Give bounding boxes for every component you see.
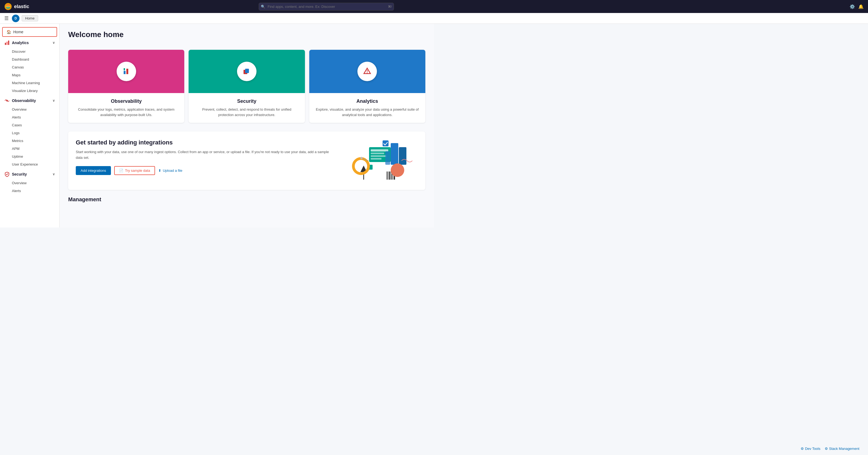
analytics-section-label: Analytics: [12, 40, 29, 45]
sidebar-item-obs-apm[interactable]: APM: [0, 145, 59, 153]
sidebar-item-sec-alerts[interactable]: Alerts: [0, 187, 59, 195]
search-bar: 🔍 ⌘/: [259, 3, 394, 10]
elastic-label: elastic: [14, 4, 29, 9]
sidebar-item-maps[interactable]: Maps: [0, 71, 59, 79]
security-section-header[interactable]: Security ∨: [0, 169, 59, 179]
svg-rect-6: [8, 40, 9, 45]
security-header-left: Security: [4, 171, 27, 177]
analytics-card-header: [309, 50, 425, 93]
svg-rect-20: [391, 171, 391, 180]
sidebar-section-analytics: Analytics ∨ Discover Dashboard Canvas Ma…: [0, 38, 59, 95]
sidebar-home-item[interactable]: 🏠 Home: [2, 27, 57, 37]
sidebar-item-dashboard[interactable]: Dashboard: [0, 56, 59, 63]
sub-nav: ☰ D Home: [0, 13, 434, 24]
user-avatar[interactable]: D: [12, 14, 20, 22]
integrations-title: Get started by adding integrations: [76, 139, 333, 146]
solution-card-analytics[interactable]: Analytics Explore, visualize, and analyz…: [309, 50, 425, 123]
svg-rect-5: [6, 42, 7, 45]
sidebar-item-obs-overview[interactable]: Overview: [0, 105, 59, 113]
observability-card-title: Observability: [73, 98, 179, 104]
elastic-logo-icon: [4, 3, 12, 10]
management-title: Management: [68, 196, 425, 203]
sidebar-home-label: Home: [13, 30, 23, 34]
sidebar-item-obs-metrics[interactable]: Metrics: [0, 137, 59, 145]
svg-rect-25: [371, 149, 388, 152]
home-icon: 🏠: [6, 30, 11, 34]
analytics-header-left: Analytics: [4, 40, 29, 45]
svg-rect-17: [386, 171, 388, 180]
svg-rect-28: [371, 158, 381, 160]
sidebar-item-obs-alerts[interactable]: Alerts: [0, 113, 59, 121]
search-input[interactable]: [259, 3, 394, 10]
sidebar-item-obs-cases[interactable]: Cases: [0, 121, 59, 129]
layout: 🏠 Home Analytics ∨ Discover D: [0, 24, 434, 228]
observability-logo-circle: [117, 62, 136, 81]
svg-rect-18: [388, 171, 388, 180]
security-logo-icon: [241, 66, 252, 77]
svg-rect-26: [371, 153, 384, 154]
observability-section-header[interactable]: Observability ∨: [0, 96, 59, 105]
analytics-section-header[interactable]: Analytics ∨: [0, 38, 59, 47]
sidebar-item-discover[interactable]: Discover: [0, 47, 59, 56]
svg-rect-9: [126, 69, 128, 74]
elastic-logo[interactable]: elastic: [4, 3, 29, 10]
analytics-chevron: ∨: [53, 41, 55, 45]
analytics-logo-circle: [358, 62, 377, 81]
svg-rect-27: [371, 155, 386, 157]
sidebar-item-visualize-library[interactable]: Visualize Library: [0, 87, 59, 95]
analytics-card-desc: Explore, visualize, and analyze your dat…: [315, 107, 420, 118]
integrations-left: Get started by adding integrations Start…: [76, 139, 333, 182]
solution-card-security[interactable]: Security Prevent, collect, detect, and r…: [189, 50, 305, 123]
security-card-body: Security Prevent, collect, detect, and r…: [189, 93, 305, 123]
security-card-desc: Prevent, collect, detect, and respond to…: [194, 107, 299, 118]
svg-rect-8: [124, 71, 126, 74]
svg-point-15: [367, 72, 368, 73]
integrations-right: [342, 139, 418, 182]
top-nav: elastic 🔍 ⌘/ ⚙️ 🔔: [0, 0, 434, 13]
sample-icon: 📄: [119, 168, 123, 172]
hamburger-button[interactable]: ☰: [3, 14, 10, 23]
observability-card-body: Observability Consolidate your logs, met…: [68, 93, 184, 123]
solution-cards-row: Observability Consolidate your logs, met…: [68, 50, 425, 123]
home-breadcrumb[interactable]: Home: [22, 15, 38, 21]
observability-card-header: [68, 50, 184, 93]
sidebar-item-canvas[interactable]: Canvas: [0, 63, 59, 71]
svg-rect-19: [389, 171, 390, 180]
sidebar-item-machine-learning[interactable]: Machine Learning: [0, 79, 59, 87]
integrations-buttons: Add integrations 📄 Try sample data ⬆ Upl…: [76, 166, 333, 175]
sidebar-section-security: Security ∨ Overview Alerts: [0, 169, 59, 195]
svg-rect-12: [245, 69, 249, 73]
svg-point-37: [361, 157, 363, 159]
search-shortcut: ⌘/: [388, 5, 392, 8]
sidebar-item-obs-user-experience[interactable]: User Experience: [0, 160, 59, 168]
svg-rect-4: [5, 43, 6, 45]
security-section-label: Security: [12, 172, 27, 176]
svg-rect-10: [124, 68, 125, 70]
upload-icon: ⬆: [158, 168, 161, 172]
upload-file-button[interactable]: ⬆ Upload a file: [158, 168, 182, 172]
main-content: ✕ Welcome home Obser: [60, 24, 434, 228]
welcome-title: Welcome home: [68, 30, 124, 39]
sidebar-section-observability: Observability ∨ Overview Alerts Cases Lo…: [0, 96, 59, 168]
svg-rect-29: [391, 143, 398, 165]
observability-logo-icon: [121, 66, 132, 77]
sidebar-item-obs-uptime[interactable]: Uptime: [0, 153, 59, 160]
sidebar-item-obs-logs[interactable]: Logs: [0, 129, 59, 137]
solution-card-observability[interactable]: Observability Consolidate your logs, met…: [68, 50, 184, 123]
security-section-icon: [4, 171, 10, 177]
svg-point-34: [353, 159, 369, 174]
observability-header-left: Observability: [4, 98, 36, 103]
integrations-section: Get started by adding integrations Start…: [68, 131, 425, 190]
observability-section-icon: [4, 98, 10, 103]
integrations-illustration: [345, 139, 415, 182]
add-integrations-button[interactable]: Add integrations: [76, 166, 111, 175]
analytics-card-title: Analytics: [315, 98, 420, 104]
sidebar-item-sec-overview[interactable]: Overview: [0, 179, 59, 187]
svg-rect-30: [399, 147, 406, 165]
observability-card-desc: Consolidate your logs, metrics, applicat…: [73, 107, 179, 118]
try-sample-data-button[interactable]: 📄 Try sample data: [114, 166, 155, 175]
security-card-header: [189, 50, 305, 93]
security-logo-circle: [237, 62, 256, 81]
security-card-title: Security: [194, 98, 299, 104]
sidebar: 🏠 Home Analytics ∨ Discover D: [0, 24, 60, 228]
